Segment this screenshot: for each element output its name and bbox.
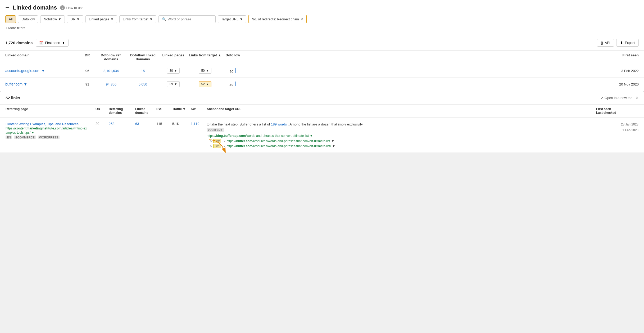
inner-table-row: Content Writing Examples, Tips, and Reso… [0,118,644,153]
hamburger-icon[interactable]: ☰ [5,5,10,11]
redirect-301-badge: 301 [213,144,221,148]
col-dofollow: Dofollow [222,53,243,61]
linked-pages-badge[interactable]: 30 ▼ [167,68,179,74]
ext-cell: 115 [156,122,172,126]
anchor-text: to take the next step. Buffer offers a l… [207,122,596,127]
help-button[interactable]: ? How to use [60,5,83,10]
linked-pages-cell: 30 ▼ [159,68,188,74]
col-links-from-target: Links from target ▲ [188,53,222,61]
calendar-icon: 📅 [39,41,43,45]
expanded-title: 52 links [6,96,20,100]
col-first-seen: First seen [602,53,639,61]
referring-page-link[interactable]: Content Writing Examples, Tips, and Reso… [6,122,79,126]
linked-pages-badge[interactable]: 39 ▼ [167,81,179,87]
more-filters-button[interactable]: + More filters [5,24,639,32]
search-input[interactable] [168,17,212,21]
links-from-target-arrow: ▼ [149,17,153,21]
all-filter-button[interactable]: All [5,15,16,23]
top-bar: ☰ Linked domains ? How to use All Dofoll… [0,0,644,35]
expanded-header: 52 links ↗ Open in a new tab × [0,91,644,105]
close-panel-button[interactable]: × [636,95,638,101]
first-seen-last-checked-cell: 28 Jan 2023 1 Feb 2023 [596,122,638,133]
action-buttons: {} API ⬇ Export [597,39,639,47]
links-from-target-filter-button[interactable]: Links from target ▼ [119,15,156,23]
dofollow-cell: 50 [222,68,243,74]
bar-indicator [235,82,236,86]
dr-label: DR [70,17,75,21]
links-from-target-badge[interactable]: 50 ▼ [199,68,211,74]
sort-button[interactable]: 📅 First seen ▼ [36,39,69,47]
export-label: Export [625,41,635,45]
redirect-302-row: ↳ 302 → https://buffer.com/resources/wor… [207,139,596,143]
sort-arrow: ▼ [62,41,65,45]
bar-indicator [235,68,236,73]
first-seen-date: 28 Jan 2023 [596,122,638,128]
sort-label: First seen [45,41,60,45]
links-from-target-badge-highlighted[interactable]: 52 ▲ [199,81,211,87]
col-linked-pages: Linked pages [159,53,188,61]
dofollow-label: Dofollow [21,17,35,21]
table-row: buffer.com ▼ 91 94,856 5,050 39 ▼ 52 ▲ 4… [0,78,644,91]
page-title: Linked domains [13,4,57,11]
expanded-actions: ↗ Open in a new tab × [601,95,638,101]
open-new-tab-button[interactable]: ↗ Open in a new tab [601,96,633,100]
inner-column-headers: Referring page UR Referringdomains Linke… [0,105,644,118]
table-section: 1,726 domains 📅 First seen ▼ {} API ⬇ Ex… [0,35,644,91]
first-seen-cell: 3 Feb 2022 [602,69,639,73]
col-dofollow-linked: Dofollow linked domains [127,53,159,61]
nofollow-arrow: ▼ [58,17,61,21]
domain-cell: buffer.com ▼ [5,82,79,86]
chain-icon: ↳ [210,144,212,148]
dropdown-arrow: ▼ [24,82,27,86]
expanded-panel: 52 links ↗ Open in a new tab × Referring… [0,91,644,153]
dofollow-linked-cell: 5,050 [127,82,159,86]
api-button[interactable]: {} API [597,39,614,47]
col-linked-domain: Linked domain [5,53,79,61]
linked-domains-cell: 63 [135,122,156,126]
dofollow-filter-button[interactable]: Dofollow [18,15,38,23]
page-title-row: ☰ Linked domains ? How to use [5,4,639,11]
linked-pages-filter-button[interactable]: Linked pages ▼ [85,15,117,23]
ur-cell: 20 [96,122,109,126]
active-filter-tag: No. of redirects: Redirect chain × [248,15,307,23]
links-from-target-cell: 52 ▲ [188,81,222,87]
links-from-target-label: Links from target [123,17,148,21]
nofollow-label: Nofollow [44,17,57,21]
anchor-link[interactable]: 189 words [271,122,287,126]
inner-col-first-seen-last-checked: First seenLast checked [596,107,638,115]
search-box[interactable]: 🔍 [158,15,216,23]
referring-page-cell: Content Writing Examples, Tips, and Reso… [6,122,96,139]
domain-link[interactable]: buffer.com ▼ [5,82,79,86]
nofollow-filter-button[interactable]: Nofollow ▼ [40,15,65,23]
domain-cell: accounts.google.com ▼ [5,69,79,73]
dr-filter-button[interactable]: DR ▼ [67,15,83,23]
kw-cell: 1,119 [191,122,207,126]
tag-ecommerce: ECOMMERCE [14,136,36,139]
api-label: API [605,41,610,45]
help-label: How to use [66,6,83,10]
tag-en: EN [6,136,12,139]
linked-pages-cell: 39 ▼ [159,81,188,87]
target-url-filter-button[interactable]: Target URL ▼ [218,15,247,23]
dr-cell: 91 [79,82,95,86]
domain-link[interactable]: accounts.google.com ▼ [5,69,79,73]
inner-col-referring-page: Referring page [6,107,96,115]
redirect-302-arrow: → [222,139,225,143]
col-dofollow-ref: Dofollow ref. domains [95,53,127,61]
filters-row: All Dofollow Nofollow ▼ DR ▼ Linked page… [5,15,639,23]
export-button[interactable]: ⬇ Export [616,39,639,47]
inner-col-kw: Kw. [191,107,207,115]
inner-col-anchor-target: Anchor and target URL [207,107,596,115]
linked-pages-label: Linked pages [89,17,109,21]
redirect-301-url: https://buffer.com/resources/words-and-p… [226,144,331,148]
inner-col-traffic: Traffic ▼ [172,107,191,115]
dofollow-ref-cell: 3,101,634 [95,69,127,73]
active-filter-label: No. of redirects: Redirect chain [252,17,299,21]
referring-domains-cell: 253 [109,122,135,126]
active-filter-close[interactable]: × [301,17,303,21]
table-row: accounts.google.com ▼ 96 3,101,634 15 30… [0,64,644,78]
col-spacer [243,53,602,61]
content-badge: CONTENT [207,128,224,132]
linked-pages-arrow: ▼ [110,17,114,21]
last-checked-date: 1 Feb 2023 [596,128,638,133]
